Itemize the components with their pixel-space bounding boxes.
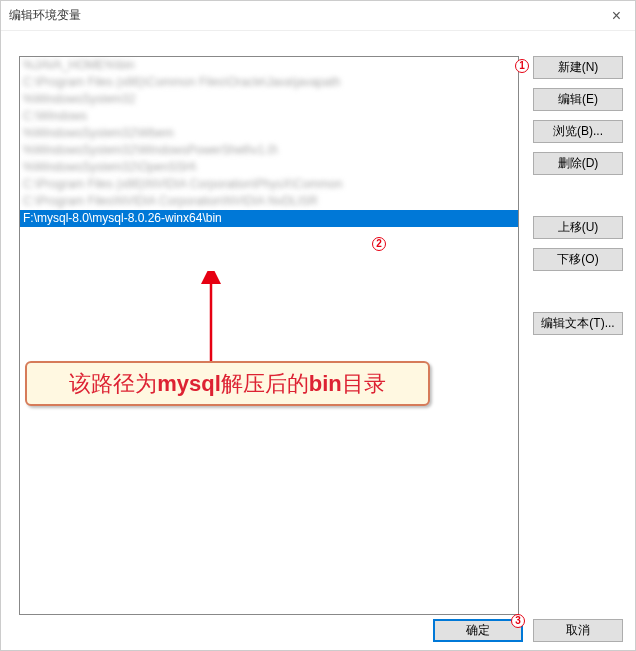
titlebar: 编辑环境变量 ×: [1, 1, 635, 31]
edit-button[interactable]: 编辑(E): [533, 88, 623, 111]
callout-text: 解压后的: [221, 371, 309, 396]
delete-button[interactable]: 删除(D): [533, 152, 623, 175]
annotation-badge-2: 2: [372, 237, 386, 251]
list-item-selected[interactable]: F:\mysql-8.0\mysql-8.0.26-winx64\bin: [20, 210, 518, 227]
annotation-badge-3: 3: [511, 614, 525, 628]
button-column: 新建(N) 编辑(E) 浏览(B)... 删除(D) 上移(U) 下移(O) 编…: [533, 56, 623, 344]
callout-text: 该路径为: [69, 371, 157, 396]
move-up-button[interactable]: 上移(U): [533, 216, 623, 239]
list-item[interactable]: %WindowsSystem32: [20, 91, 518, 108]
ok-button[interactable]: 确定: [433, 619, 523, 642]
path-list[interactable]: %JAVA_HOME%\bin C:\Program Files (x86)\C…: [19, 56, 519, 615]
list-item[interactable]: C:\Program Files (x86)\Common Files\Orac…: [20, 74, 518, 91]
list-item[interactable]: %WindowsSystem32\Wbem: [20, 125, 518, 142]
env-var-dialog: 编辑环境变量 × %JAVA_HOME%\bin C:\Program File…: [0, 0, 636, 651]
content-area: %JAVA_HOME%\bin C:\Program Files (x86)\C…: [1, 31, 635, 650]
edit-text-button[interactable]: 编辑文本(T)...: [533, 312, 623, 335]
list-item[interactable]: C:\Windows: [20, 108, 518, 125]
list-item[interactable]: C:\Program Files\NVIDIA Corporation\NVID…: [20, 193, 518, 210]
callout-text: bin: [309, 371, 342, 396]
list-item[interactable]: %WindowsSystem32\WindowsPowerShell\v1.0\: [20, 142, 518, 159]
annotation-callout: 该路径为mysql解压后的bin目录: [25, 361, 430, 406]
bottom-buttons: 确定 取消: [433, 619, 623, 642]
move-down-button[interactable]: 下移(O): [533, 248, 623, 271]
window-title: 编辑环境变量: [9, 7, 81, 24]
list-item[interactable]: C:\Program Files (x86)\NVIDIA Corporatio…: [20, 176, 518, 193]
list-item[interactable]: %JAVA_HOME%\bin: [20, 57, 518, 74]
cancel-button[interactable]: 取消: [533, 619, 623, 642]
new-button[interactable]: 新建(N): [533, 56, 623, 79]
browse-button[interactable]: 浏览(B)...: [533, 120, 623, 143]
callout-text: 目录: [342, 371, 386, 396]
close-icon[interactable]: ×: [606, 7, 627, 25]
annotation-badge-1: 1: [515, 59, 529, 73]
callout-text: mysql: [157, 371, 221, 396]
list-item[interactable]: %WindowsSystem32\OpenSSH\: [20, 159, 518, 176]
